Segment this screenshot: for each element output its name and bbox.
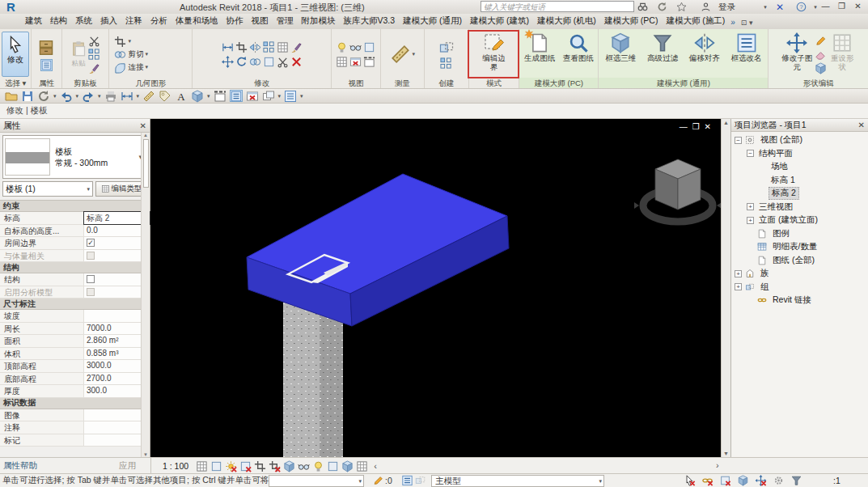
- panel-modify-label[interactable]: 修改: [193, 78, 331, 88]
- advanced-filter-button[interactable]: 高级过滤: [642, 31, 683, 78]
- view-tool-icon-5[interactable]: [363, 56, 375, 68]
- tree-item[interactable]: +立面 (建筑立面): [731, 214, 868, 227]
- property-row[interactable]: 底部高程2700.0: [0, 373, 150, 386]
- drag-elements-on-selection-off-icon[interactable]: [755, 475, 767, 486]
- modify-tool-icon-6[interactable]: [222, 56, 234, 68]
- close-hidden-windows-icon[interactable]: [246, 90, 259, 102]
- displacement-sets-icon[interactable]: [341, 460, 354, 472]
- tag-icon[interactable]: [159, 90, 171, 102]
- property-group-header[interactable]: 尺寸标注^: [0, 299, 150, 310]
- sync-icon[interactable]: [37, 90, 50, 102]
- select-links-off-icon[interactable]: [684, 475, 696, 486]
- view-tool-icon-3[interactable]: [336, 56, 348, 68]
- tree-item-label[interactable]: Revit 链接: [770, 294, 814, 306]
- tree-item-label[interactable]: 明细表/数量: [770, 241, 819, 252]
- selection-filter-combo[interactable]: 楼板 (1) ▾: [2, 181, 93, 197]
- tree-item[interactable]: −结构平面: [731, 147, 868, 161]
- select-pinned-elements-off-icon[interactable]: [719, 475, 731, 486]
- join-geometry-label[interactable]: 连接: [128, 62, 143, 73]
- property-row[interactable]: 顶部高程3000.0: [0, 360, 150, 373]
- property-row[interactable]: 结构: [0, 273, 150, 286]
- view-tool-icon-4[interactable]: [349, 56, 362, 68]
- cope-icon[interactable]: [114, 36, 126, 48]
- tab-1[interactable]: 结构: [46, 14, 71, 29]
- modify-tool-icon-8[interactable]: [249, 56, 261, 68]
- modify-tool-icon-5[interactable]: [290, 41, 303, 53]
- property-row[interactable]: 坡度: [0, 310, 150, 323]
- panel-view-label[interactable]: 视图: [332, 78, 380, 88]
- visual-style-icon[interactable]: [210, 460, 222, 472]
- close-button[interactable]: ✕: [851, 1, 865, 12]
- tab-5[interactable]: 分析: [146, 14, 171, 29]
- panel-bim-pc-label[interactable]: 建模大师 (PC): [519, 78, 598, 88]
- tree-item-label[interactable]: 图例: [770, 228, 792, 239]
- property-value[interactable]: 300.0: [84, 385, 150, 397]
- viewport-3d[interactable]: —❐✕ ▲▼: [150, 119, 730, 457]
- tab-10[interactable]: 附加模块: [298, 14, 340, 29]
- undo-icon[interactable]: [60, 90, 73, 102]
- tree-item[interactable]: +组: [731, 281, 868, 294]
- detail-level-icon[interactable]: [196, 460, 208, 472]
- property-row[interactable]: 自标高的高度...0.0: [0, 225, 150, 238]
- thin-lines-icon[interactable]: [230, 90, 243, 102]
- view-tool-icon-1[interactable]: [349, 41, 362, 53]
- tree-expander-icon[interactable]: −: [735, 137, 742, 144]
- scale-control[interactable]: 1 : 100: [163, 461, 188, 471]
- property-group-header[interactable]: 结构^: [0, 262, 150, 273]
- tree-item[interactable]: 场地: [731, 160, 868, 174]
- modify-tool-icon-3[interactable]: [263, 41, 275, 53]
- open-icon[interactable]: [5, 90, 18, 102]
- view-sheet-button[interactable]: 查看图纸: [560, 31, 597, 78]
- tree-item[interactable]: 标高 2: [731, 187, 868, 201]
- tab-3[interactable]: 插入: [96, 14, 121, 29]
- property-row[interactable]: 与体量相关: [0, 250, 150, 263]
- design-option-combo[interactable]: 主模型 ▾: [431, 475, 604, 487]
- modify-tool-icon-10[interactable]: [277, 56, 289, 68]
- horizontal-scroll-right-icon[interactable]: ›: [716, 460, 719, 470]
- crop-view-icon[interactable]: [254, 460, 266, 472]
- property-value[interactable]: [84, 237, 150, 249]
- property-value[interactable]: [84, 421, 150, 434]
- select-elements-by-face-icon[interactable]: [737, 475, 749, 486]
- tree-item[interactable]: 标高 1: [731, 174, 868, 188]
- measure-dim-icon[interactable]: [121, 90, 133, 102]
- tree-item-label[interactable]: 结构平面: [756, 148, 795, 159]
- print-icon[interactable]: [104, 90, 117, 102]
- property-row[interactable]: 面积2.860 m²: [0, 335, 150, 348]
- modify-tool-icon-4[interactable]: [277, 41, 289, 53]
- tree-item-label[interactable]: 三维视图: [756, 201, 795, 213]
- cut-geometry-label[interactable]: 剪切: [128, 49, 143, 60]
- save-icon[interactable]: [21, 90, 34, 102]
- property-row[interactable]: 标高标高 2: [0, 212, 150, 225]
- restore-button[interactable]: ❐: [835, 1, 849, 12]
- exchange-sync-icon[interactable]: [655, 1, 668, 13]
- dropdown-caret-icon[interactable]: ▾: [759, 1, 772, 13]
- autodesk-app-icon[interactable]: ✕: [773, 1, 786, 13]
- aligned-dimension-icon[interactable]: [142, 90, 155, 102]
- tree-item-label[interactable]: 族: [758, 268, 772, 279]
- customize-icon[interactable]: [284, 90, 297, 102]
- property-row[interactable]: 注释: [0, 421, 150, 434]
- create-group-icon[interactable]: [437, 40, 456, 56]
- worksharing-display-icon[interactable]: [401, 475, 413, 486]
- tab-11[interactable]: 族库大师V3.3: [340, 14, 400, 29]
- tree-item[interactable]: −视图 (全部): [731, 133, 868, 147]
- type-selector[interactable]: 楼板 常规 - 300mm ▼: [2, 135, 147, 179]
- modify-button[interactable]: 修改: [2, 32, 29, 77]
- login-button[interactable]: 登录: [718, 2, 735, 13]
- property-checkbox[interactable]: [87, 275, 95, 283]
- tree-item-label[interactable]: 立面 (建筑立面): [756, 214, 820, 226]
- modify-tool-icon-9[interactable]: [263, 56, 275, 68]
- filter-icon[interactable]: [790, 475, 802, 486]
- reveal-hidden-elements-icon[interactable]: [312, 460, 324, 472]
- property-value[interactable]: 0.0: [84, 225, 150, 237]
- tree-item-label[interactable]: 组: [758, 282, 772, 293]
- property-value[interactable]: 3000.0: [84, 360, 150, 372]
- tree-item[interactable]: 明细表/数量: [731, 240, 868, 254]
- tab-7[interactable]: 协作: [222, 14, 248, 29]
- tab-2[interactable]: 系统: [71, 14, 96, 29]
- property-value[interactable]: 0.858 m³: [84, 348, 150, 360]
- property-row[interactable]: 房间边界: [0, 237, 150, 250]
- property-row[interactable]: 图像: [0, 409, 150, 422]
- view-window-controls[interactable]: —❐✕: [680, 122, 716, 131]
